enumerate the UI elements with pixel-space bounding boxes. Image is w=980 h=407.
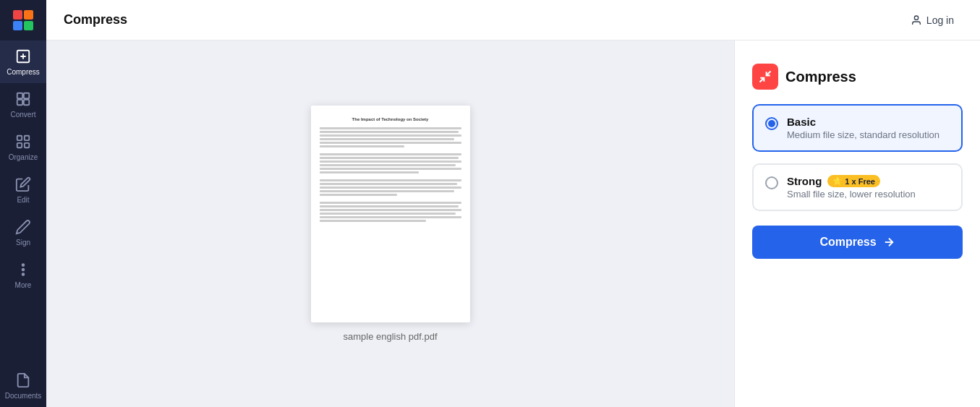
organize-icon [14, 133, 32, 150]
preview-area: The Impact of Technology on Society [46, 40, 734, 407]
sidebar-item-sign[interactable]: Sign [0, 211, 46, 254]
arrow-right-icon [882, 236, 895, 249]
panel-header: Compress [752, 64, 963, 90]
svg-rect-2 [24, 93, 29, 98]
text-line [320, 183, 457, 185]
login-button[interactable]: Log in [902, 10, 963, 30]
text-line [320, 127, 461, 129]
svg-point-10 [22, 269, 25, 271]
pdf-filename: sample english pdf.pdf [343, 331, 437, 342]
sidebar-item-compress[interactable]: Compress [0, 40, 46, 83]
text-line [320, 168, 461, 170]
sidebar-label-organize: Organize [9, 153, 38, 161]
option-basic-title: Basic [787, 116, 939, 128]
compress-button-label: Compress [819, 236, 876, 249]
svg-rect-6 [25, 136, 29, 140]
logo-cell-red [13, 10, 22, 20]
option-strong-title: Strong ⭐ 1 x Free [787, 175, 916, 187]
star-icon: ⭐ [832, 176, 843, 186]
logo-cell-orange [24, 10, 33, 20]
option-strong-desc: Small file size, lower resolution [787, 189, 916, 200]
sign-icon [14, 218, 32, 236]
option-basic-desc: Medium file size, standard resolution [787, 129, 939, 140]
compress-panel-icon [752, 64, 778, 90]
text-line [320, 171, 419, 173]
text-line [320, 205, 459, 207]
option-strong-label: Strong [787, 175, 822, 187]
topbar: Compress Log in [46, 0, 980, 40]
option-strong[interactable]: Strong ⭐ 1 x Free Small file size, lower… [752, 163, 963, 211]
text-line [320, 131, 459, 133]
svg-rect-4 [24, 100, 29, 105]
option-strong-text: Strong ⭐ 1 x Free Small file size, lower… [787, 175, 916, 200]
panel-title: Compress [785, 69, 856, 85]
strong-badge: ⭐ 1 x Free [827, 175, 880, 187]
radio-basic [765, 117, 778, 130]
radio-strong [765, 176, 778, 189]
app-logo [0, 0, 46, 40]
sidebar: Compress Convert Organize [0, 0, 46, 407]
main-container: Compress Log in The Impact of Technology… [46, 0, 980, 407]
svg-rect-5 [17, 136, 22, 140]
text-line [320, 179, 461, 181]
sidebar-label-compress: Compress [7, 68, 40, 76]
sidebar-item-documents[interactable]: Documents [0, 364, 46, 407]
svg-point-12 [914, 16, 918, 20]
text-line [320, 145, 405, 147]
user-icon [911, 14, 922, 26]
text-line [320, 138, 454, 140]
pdf-doc-title: The Impact of Technology on Society [320, 117, 461, 121]
text-line [320, 153, 461, 155]
text-line [320, 202, 461, 204]
text-line [320, 220, 426, 222]
sidebar-item-organize[interactable]: Organize [0, 126, 46, 168]
sidebar-item-edit[interactable]: Edit [0, 168, 46, 211]
text-line [320, 187, 461, 189]
sidebar-label-documents: Documents [5, 392, 42, 400]
text-line [320, 142, 461, 144]
svg-rect-7 [17, 143, 22, 147]
text-line [320, 209, 461, 211]
text-line [320, 216, 461, 218]
sidebar-label-convert: Convert [10, 111, 35, 119]
login-label: Log in [926, 14, 954, 26]
pdf-preview: The Impact of Technology on Society [311, 106, 470, 322]
sidebar-label-sign: Sign [16, 239, 30, 247]
text-line [320, 160, 461, 163]
page-title: Compress [64, 12, 127, 27]
badge-text: 1 x Free [845, 177, 875, 186]
logo-cell-green [24, 21, 33, 30]
svg-rect-1 [17, 93, 22, 98]
text-line [320, 134, 461, 137]
sidebar-label-more: More [15, 281, 32, 289]
sidebar-label-edit: Edit [17, 196, 29, 204]
content-area: The Impact of Technology on Society [46, 40, 980, 407]
svg-rect-3 [17, 100, 22, 105]
sidebar-item-convert[interactable]: Convert [0, 83, 46, 126]
option-basic[interactable]: Basic Medium file size, standard resolut… [752, 104, 963, 152]
documents-icon [14, 372, 32, 389]
text-line [320, 190, 454, 192]
edit-icon [14, 176, 32, 193]
text-line [320, 164, 456, 166]
convert-icon [14, 90, 32, 108]
right-panel: Compress Basic Medium file size, standar… [734, 40, 980, 407]
sidebar-item-more[interactable]: More [0, 254, 46, 296]
logo-grid [13, 10, 33, 30]
more-icon [14, 261, 32, 278]
compress-button[interactable]: Compress [752, 226, 963, 259]
svg-point-9 [22, 264, 25, 266]
text-line [320, 157, 459, 159]
text-line [320, 194, 398, 196]
option-basic-text: Basic Medium file size, standard resolut… [787, 116, 939, 140]
text-line [320, 213, 456, 215]
svg-point-11 [22, 273, 25, 275]
svg-rect-8 [25, 143, 29, 147]
compress-icon [14, 48, 32, 65]
logo-cell-blue [13, 21, 22, 30]
